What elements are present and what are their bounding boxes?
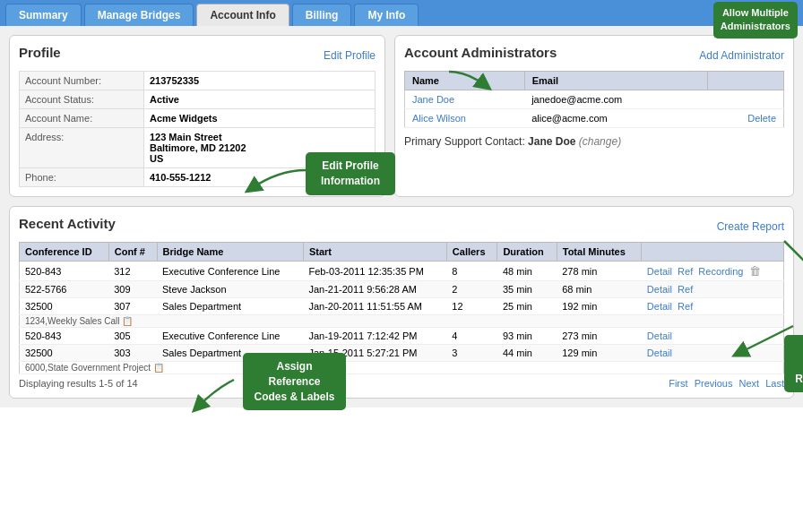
cell-bridge: Steve Jackson [157,281,303,298]
activity-row-3: 32500 307 Sales Department Jan-20-2011 1… [20,298,784,315]
cell-start: Jan-20-2011 11:51:55 AM [303,298,446,315]
field-value: Active [143,90,375,109]
recent-activity-panel: Recent Activity Create Report Conference… [9,206,794,399]
ref-link-3[interactable]: Ref [678,301,693,312]
cell-actions: Detail Ref [642,298,784,315]
admin-row-alice: Alice Wilson alice@acme.com Delete [405,109,784,128]
cell-actions: Detail Ref [642,281,784,298]
add-administrator-link[interactable]: Add Administrator [699,49,784,62]
cell-conf-num: 305 [108,328,157,345]
primary-support: Primary Support Contact: Jane Doe (chang… [404,135,784,148]
top-panels: Profile Edit Profile Account Number: 213… [9,35,794,197]
recording-link-1[interactable]: Recording [698,266,743,277]
create-report-link[interactable]: Create Report [717,220,784,233]
cell-callers: 4 [446,328,497,345]
sub-row-3: 1234,Weekly Sales Call 📋 [20,315,784,328]
delete-icon-1[interactable]: 🗑 [749,264,761,278]
cell-total: 273 min [557,328,642,345]
col-conf-num: Conf # [108,243,157,262]
tab-my-info[interactable]: My Info [354,4,419,26]
activity-row-2: 522-5766 309 Steve Jackson Jan-21-2011 9… [20,281,784,298]
sub-row-5: 6000,State Government Project 📋 [20,362,784,374]
display-info: Displaying results 1-5 of 14 [19,378,138,389]
sub-row-cell-3: 1234,Weekly Sales Call 📋 [20,315,784,328]
cell-conf-id: 520-843 [20,328,109,345]
cell-start: Jan-21-2011 9:56:28 AM [303,281,446,298]
activity-row-1: 520-843 312 Executive Conference Line Fe… [20,262,784,281]
edit-profile-callout: Edit Profile Information [306,152,395,195]
admin-name-alice[interactable]: Alice Wilson [405,109,525,128]
col-bridge-name: Bridge Name [157,243,303,262]
detail-link-1[interactable]: Detail [647,266,672,277]
cell-duration: 35 min [497,281,557,298]
detail-link-3[interactable]: Detail [647,301,672,312]
pagination-first[interactable]: First [669,378,687,389]
edit-profile-link[interactable]: Edit Profile [324,49,376,62]
create-reports-arrow-svg [766,232,803,286]
pagination-previous[interactable]: Previous [695,378,733,389]
admin-col-action [708,72,784,90]
cell-duration: 25 min [497,298,557,315]
sub-row-cell-5: 6000,State Government Project 📋 [20,362,784,374]
tab-bar: Summary Manage Bridges Account Info Bill… [0,0,803,26]
detail-link-2[interactable]: Detail [647,284,672,295]
table-row: Account Name: Acme Widgets [20,109,376,128]
detail-link-4[interactable]: Detail [647,330,672,341]
cell-conf-num: 309 [108,281,157,298]
cell-conf-num: 307 [108,298,157,315]
pagination-next[interactable]: Next [739,378,760,389]
field-label: Account Name: [20,109,144,128]
cell-conf-id: 32500 [20,345,109,362]
col-duration: Duration [497,243,557,262]
cell-conf-id: 32500 [20,298,109,315]
cell-callers: 3 [446,345,497,362]
pagination-links: First Previous Next Last [665,378,784,389]
admin-email-jane: janedoe@acme.com [524,90,708,109]
field-label: Account Status: [20,90,144,109]
admin-delete-alice[interactable]: Delete [708,109,784,128]
primary-support-label: Primary Support Contact: [404,135,525,148]
tab-summary[interactable]: Summary [5,4,82,26]
pagination-last[interactable]: Last [765,378,784,389]
cell-start: Jan-19-2011 7:12:42 PM [303,328,446,345]
profile-panel: Profile Edit Profile Account Number: 213… [9,35,385,197]
field-label: Phone: [20,168,144,187]
field-value: 213752335 [143,72,375,90]
admin-action-jane [708,90,784,109]
activity-table: Conference ID Conf # Bridge Name Start C… [19,242,784,374]
ref-link-2[interactable]: Ref [678,284,693,295]
detail-link-5[interactable]: Detail [647,348,672,358]
activity-row-5: 32500 303 Sales Department Jan-15-2011 5… [20,345,784,362]
allow-multiple-admins-callout: Allow Multiple Administrators [713,2,798,39]
cell-bridge: Executive Conference Line [157,262,303,281]
recent-activity-title: Recent Activity [19,216,116,231]
col-total-minutes: Total Minutes [557,243,642,262]
tab-manage-bridges[interactable]: Manage Bridges [84,4,194,26]
cell-total: 192 min [557,298,642,315]
admin-col-email: Email [524,72,708,90]
cell-total: 129 min [557,345,642,362]
col-callers: Callers [446,243,497,262]
cell-actions: Detail Ref Recording 🗑 [642,262,784,281]
table-row: Account Status: Active [20,90,376,109]
cell-conf-num: 303 [108,345,157,362]
tab-account-info[interactable]: Account Info [196,4,289,26]
cell-bridge: Sales Department [157,298,303,315]
change-contact-link[interactable]: (change) [579,135,621,148]
cell-total: 68 min [557,281,642,298]
cell-conf-id: 522-5766 [20,281,109,298]
cell-start: Feb-03-2011 12:35:35 PM [303,262,446,281]
cell-callers: 12 [446,298,497,315]
cell-callers: 8 [446,262,497,281]
primary-support-name: Jane Doe [528,135,579,148]
ref-link-1[interactable]: Ref [678,266,693,277]
cell-total: 278 min [557,262,642,281]
tab-billing[interactable]: Billing [292,4,352,26]
cell-callers: 2 [446,281,497,298]
profile-title: Profile [19,45,61,60]
activity-header-row: Conference ID Conf # Bridge Name Start C… [20,243,784,262]
field-value: Acme Widgets [143,109,375,128]
cell-duration: 93 min [497,328,557,345]
cell-duration: 48 min [497,262,557,281]
admin-title: Account Administrators [404,45,557,60]
